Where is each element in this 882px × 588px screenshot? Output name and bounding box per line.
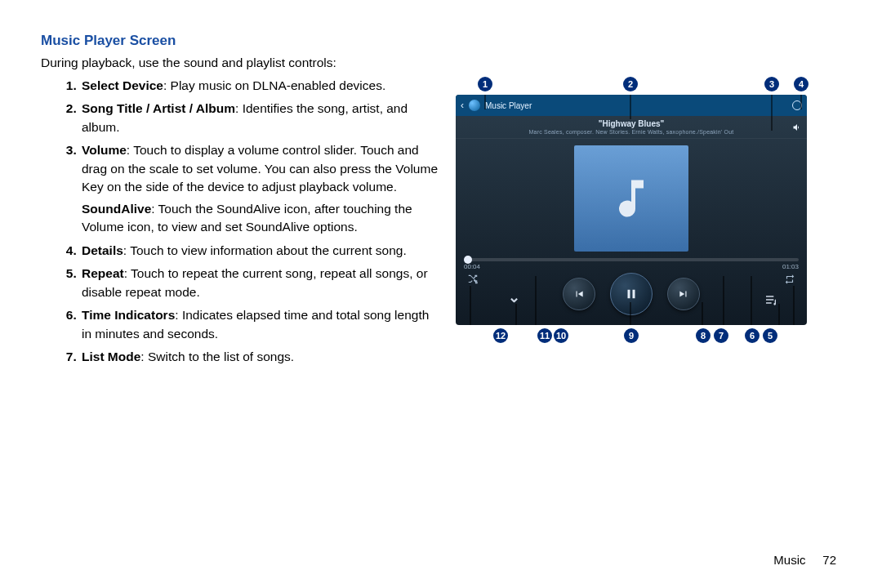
shuffle-icon <box>467 274 479 287</box>
callouts-top-row: 1 2 3 4 <box>456 77 841 93</box>
titlebar: ‹ Music Player <box>456 95 807 116</box>
list-item: Volume: Touch to display a volume contro… <box>80 141 441 236</box>
time-indicators: 00:04 01:03 <box>456 263 807 270</box>
term: Song Title / Artist / Album <box>82 101 235 115</box>
list-item: Time Indicators: Indicates elapsed time … <box>80 306 441 343</box>
callout: 7 <box>714 328 728 343</box>
term: SoundAlive <box>82 202 151 216</box>
list-item: Select Device: Play music on DLNA-enable… <box>80 77 441 95</box>
volume-icon <box>792 122 802 134</box>
callouts-bottom-row: 12 11 10 9 8 7 6 5 <box>456 328 841 348</box>
desc: : Switch to the list of songs. <box>140 350 294 363</box>
term: Details <box>82 243 123 257</box>
next-button <box>667 278 700 310</box>
intro-text: During playback, use the sound and playl… <box>41 56 841 70</box>
callout: 10 <box>554 328 568 343</box>
song-info: "Highway Blues" Marc Seales, composer. N… <box>456 116 807 139</box>
callout: 12 <box>493 328 508 343</box>
repeat-icon <box>784 274 795 287</box>
details-icon <box>792 100 802 110</box>
callout: 11 <box>537 328 552 343</box>
desc: : Touch to display a volume control slid… <box>82 143 438 194</box>
desc: : Touch to view information about the cu… <box>123 243 407 257</box>
progress-bar <box>464 258 799 261</box>
callout: 3 <box>764 77 779 91</box>
total-time: 01:03 <box>782 263 799 270</box>
album-art <box>574 145 688 252</box>
app-icon <box>469 100 480 111</box>
callout: 9 <box>624 328 639 343</box>
app-name: Music Player <box>485 101 532 110</box>
chevron-down-icon: ⌄ <box>508 288 520 306</box>
list-item: Repeat: Touch to repeat the current song… <box>80 265 441 301</box>
callout: 8 <box>696 328 710 343</box>
music-note-icon <box>607 174 656 223</box>
instruction-list: Select Device: Play music on DLNA-enable… <box>41 77 441 367</box>
progress-knob <box>464 256 472 264</box>
controls-row: ⌄ <box>456 274 807 314</box>
footer-page: 72 <box>822 553 836 567</box>
term: List Mode <box>82 350 140 363</box>
term: Volume <box>82 143 127 157</box>
footer-section: Music <box>773 553 805 567</box>
prev-button <box>563 278 595 310</box>
list-item: Song Title / Artist / Album: Identifies … <box>80 100 441 136</box>
figure-column: 1 2 3 4 ‹ Music Player "Highway Blues" M… <box>456 77 841 372</box>
pause-button <box>610 273 653 315</box>
list-mode-icon <box>764 293 777 309</box>
elapsed-time: 00:04 <box>464 263 480 270</box>
list-item: Details: Touch to view information about… <box>80 242 441 260</box>
song-meta: Marc Seales, composer. New Stories. Erni… <box>456 129 807 135</box>
term: Time Indicators <box>82 308 175 322</box>
callout: 2 <box>623 77 638 91</box>
back-icon: ‹ <box>461 100 464 111</box>
callout: 5 <box>763 328 777 343</box>
callout: 1 <box>478 77 492 91</box>
music-player-screenshot: ‹ Music Player "Highway Blues" Marc Seal… <box>456 95 807 325</box>
callout: 4 <box>794 77 808 91</box>
page-footer: Music 72 <box>773 553 836 567</box>
term: Repeat <box>82 266 124 280</box>
section-title: Music Player Screen <box>41 33 841 49</box>
callout: 6 <box>745 328 760 343</box>
desc: : Play music on DLNA-enabled devices. <box>163 78 385 92</box>
term: Select Device <box>82 78 163 92</box>
desc: : Touch to repeat the current song, repe… <box>82 266 428 298</box>
song-title: "Highway Blues" <box>456 119 807 128</box>
list-item: List Mode: Switch to the list of songs. <box>80 348 441 366</box>
